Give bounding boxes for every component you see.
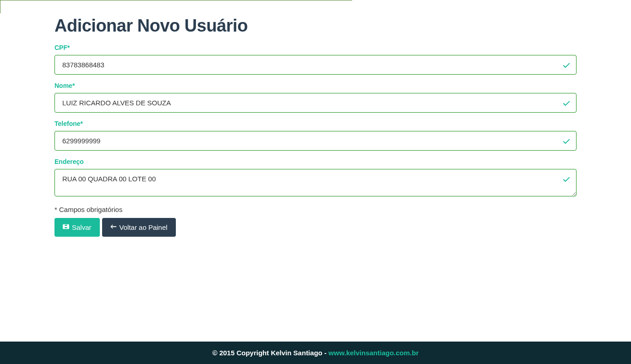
back-button-label: Voltar ao Painel xyxy=(120,223,168,231)
button-row: Salvar Voltar ao Painel xyxy=(54,218,577,237)
save-button-label: Salvar xyxy=(72,223,92,231)
endereco-input-wrapper: RUA 00 QUADRA 00 LOTE 00 xyxy=(54,169,577,198)
endereco-label: Endereço xyxy=(54,158,577,165)
form-group-telefone: Telefone* xyxy=(54,120,577,151)
form-group-cpf: CPF* xyxy=(54,44,577,75)
cpf-input[interactable] xyxy=(54,55,577,75)
telefone-input-wrapper xyxy=(54,131,577,151)
nome-input-wrapper xyxy=(54,93,577,113)
top-accent-line xyxy=(0,0,352,0)
main-container: Adicionar Novo Usuário CPF* Nome* Telefo… xyxy=(0,0,631,237)
arrow-left-icon xyxy=(110,223,117,231)
page-title: Adicionar Novo Usuário xyxy=(54,16,577,36)
required-fields-note: * Campos obrigatórios xyxy=(54,206,577,213)
save-icon xyxy=(63,223,69,231)
form-group-nome: Nome* xyxy=(54,82,577,113)
nome-input[interactable] xyxy=(54,93,577,113)
back-button[interactable]: Voltar ao Painel xyxy=(102,218,176,237)
cpf-input-wrapper xyxy=(54,55,577,75)
left-accent-line xyxy=(0,0,0,13)
telefone-input[interactable] xyxy=(54,131,577,151)
form-group-endereco: Endereço RUA 00 QUADRA 00 LOTE 00 xyxy=(54,158,577,198)
telefone-label: Telefone* xyxy=(54,120,577,127)
save-button[interactable]: Salvar xyxy=(54,218,100,237)
nome-label: Nome* xyxy=(54,82,577,89)
footer-copyright: © 2015 Copyright Kelvin Santiago - xyxy=(212,349,329,357)
footer-link[interactable]: www.kelvinsantiago.com.br xyxy=(328,349,419,357)
cpf-label: CPF* xyxy=(54,44,577,51)
footer: © 2015 Copyright Kelvin Santiago - www.k… xyxy=(0,342,631,364)
endereco-textarea[interactable]: RUA 00 QUADRA 00 LOTE 00 xyxy=(54,169,577,196)
